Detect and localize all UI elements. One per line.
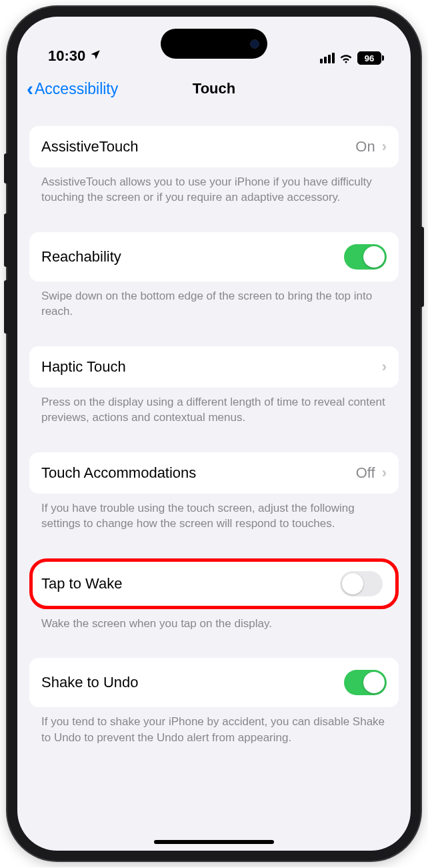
row-label: AssistiveTouch <box>41 138 139 155</box>
battery-icon: 96 <box>357 51 384 65</box>
shake-to-undo-toggle[interactable] <box>344 670 387 695</box>
wifi-icon <box>339 53 353 63</box>
cellular-signal-icon <box>320 53 335 63</box>
side-button <box>421 227 424 307</box>
row-footer: Press on the display using a different l… <box>29 388 399 443</box>
row-footer: If you tend to shake your iPhone by acci… <box>29 707 399 763</box>
side-button <box>4 213 7 267</box>
shake-to-undo-row[interactable]: Shake to Undo <box>29 658 399 707</box>
chevron-right-icon: › <box>382 358 387 376</box>
row-label: Tap to Wake <box>41 575 122 592</box>
highlight-annotation: Tap to Wake <box>29 558 399 609</box>
row-footer: AssistiveTouch allows you to use your iP… <box>29 167 399 223</box>
page-title: Touch <box>193 80 235 97</box>
chevron-right-icon: › <box>382 464 387 482</box>
row-label: Reachability <box>41 248 121 266</box>
side-button <box>4 280 7 334</box>
chevron-left-icon: ‹ <box>27 79 33 99</box>
row-value: On <box>355 138 375 155</box>
back-label: Accessibility <box>35 80 118 98</box>
reachability-toggle[interactable] <box>344 244 387 270</box>
row-label: Shake to Undo <box>41 674 139 691</box>
dynamic-island <box>161 29 267 59</box>
row-footer: Wake the screen when you tap on the disp… <box>29 609 399 648</box>
battery-level: 96 <box>365 53 374 63</box>
screen: 10:30 96 ‹ Accessib <box>17 17 411 851</box>
row-value: Off <box>356 464 375 482</box>
chevron-right-icon: › <box>382 138 387 155</box>
navigation-bar: ‹ Accessibility Touch <box>17 70 411 107</box>
home-indicator[interactable] <box>154 840 274 844</box>
reachability-row[interactable]: Reachability <box>29 232 399 282</box>
back-button[interactable]: ‹ Accessibility <box>27 79 118 99</box>
side-button <box>4 153 7 183</box>
front-camera <box>250 39 259 49</box>
assistivetouch-row[interactable]: AssistiveTouch On › <box>29 126 399 167</box>
row-footer: Swipe down on the bottom edge of the scr… <box>29 282 399 337</box>
status-time: 10:30 <box>48 47 85 65</box>
settings-content: AssistiveTouch On › AssistiveTouch allow… <box>17 107 411 851</box>
tap-to-wake-row[interactable]: Tap to Wake <box>33 562 391 606</box>
phone-frame: 10:30 96 ‹ Accessib <box>7 7 421 861</box>
location-icon <box>89 47 101 65</box>
row-footer: If you have trouble using the touch scre… <box>29 494 399 549</box>
haptic-touch-row[interactable]: Haptic Touch › <box>29 346 399 388</box>
tap-to-wake-toggle[interactable] <box>340 571 383 596</box>
row-label: Touch Accommodations <box>41 464 196 482</box>
row-label: Haptic Touch <box>41 358 126 376</box>
touch-accommodations-row[interactable]: Touch Accommodations Off › <box>29 452 399 494</box>
